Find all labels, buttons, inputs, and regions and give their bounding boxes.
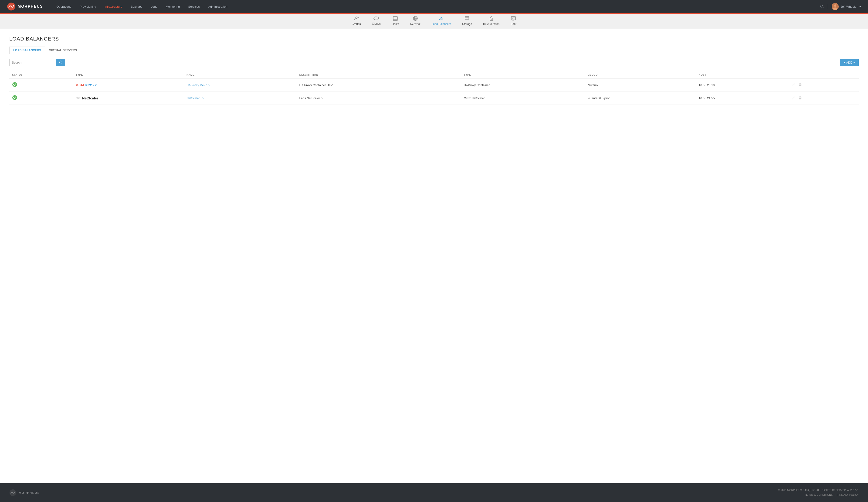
row2-description: Labs NetScaler 05 — [297, 92, 461, 105]
search-icon-button[interactable] — [820, 5, 824, 8]
user-menu[interactable]: Jeff Wheeler ▾ — [832, 3, 861, 10]
col-actions — [787, 71, 859, 79]
row1-type: HAProxy Container — [461, 79, 585, 92]
subnav-storage[interactable]: Storage — [457, 13, 477, 28]
morpheus-logo-icon — [7, 2, 16, 11]
nav-services[interactable]: Services — [184, 0, 204, 13]
tab-load-balancers[interactable]: LOAD BALANCERS — [9, 47, 45, 54]
row2-host: 10.30.21.55 — [696, 92, 788, 105]
row2-type-logo: citrix NetScaler — [73, 92, 184, 105]
footer-logo: MORPHEUS — [9, 489, 40, 496]
trash-icon — [799, 83, 802, 86]
svg-point-1 — [821, 5, 823, 8]
col-type-logo: TYPE — [73, 71, 184, 79]
svg-line-33 — [61, 63, 62, 63]
svg-rect-41 — [799, 97, 801, 99]
svg-point-22 — [468, 17, 469, 18]
row2-edit-button[interactable] — [790, 96, 796, 101]
nav-administration[interactable]: Administration — [204, 0, 231, 13]
table-row: citrix NetScaler NetScaler 05 Labs NetSc… — [9, 92, 859, 105]
subnav-load-balancers-label: Load Balancers — [432, 22, 451, 25]
row2-name-link[interactable]: NetScaler 05 — [186, 96, 204, 100]
toolbar: + ADD ▾ — [9, 59, 859, 66]
footer-privacy-link[interactable]: PRIVACY POLICY — [837, 493, 859, 496]
top-navigation: MORPHEUS Operations Provisioning Infrast… — [0, 0, 868, 13]
subnav-network-label: Network — [410, 23, 421, 26]
row1-cloud: Nutanix — [585, 79, 696, 92]
edit-icon-2 — [792, 96, 795, 100]
table-row: ✕ HAPROXY HA Proxy Dev 16 HA Proxy Conta… — [9, 79, 859, 92]
svg-point-6 — [355, 17, 357, 19]
hosts-icon — [393, 16, 398, 21]
svg-rect-35 — [799, 84, 801, 86]
subnav-groups[interactable]: Groups — [346, 13, 366, 28]
row2-name: NetScaler 05 — [184, 92, 297, 105]
col-description: DESCRIPTION — [297, 71, 461, 79]
row2-actions — [787, 92, 859, 105]
nav-operations[interactable]: Operations — [52, 0, 75, 13]
netscaler-logo: citrix NetScaler — [76, 96, 181, 100]
row1-edit-button[interactable] — [790, 83, 796, 88]
footer: MORPHEUS © 2018 MORPHEUS DATA, LLC. ALL … — [0, 483, 868, 502]
page-title: LOAD BALANCERS — [9, 36, 859, 42]
haproxy-logo: ✕ HAPROXY — [76, 83, 181, 87]
search-input[interactable] — [10, 59, 56, 66]
clouds-icon — [373, 16, 379, 21]
svg-point-4 — [834, 4, 836, 7]
subnav-clouds[interactable]: Clouds — [366, 13, 386, 28]
row1-host: 10.30.20.193 — [696, 79, 788, 92]
user-dropdown-icon: ▾ — [859, 5, 861, 8]
subnav-network[interactable]: Network — [405, 13, 426, 29]
subnav-groups-label: Groups — [352, 22, 361, 25]
subnav-keys-certs[interactable]: Keys & Certs — [477, 13, 505, 29]
row1-name-link[interactable]: HA Proxy Dev 16 — [186, 83, 209, 87]
svg-rect-9 — [393, 17, 397, 19]
search-button[interactable] — [56, 59, 65, 66]
nav-logs[interactable]: Logs — [146, 0, 161, 13]
col-status: STATUS — [9, 71, 73, 79]
user-name: Jeff Wheeler — [840, 5, 858, 8]
row1-status — [9, 79, 73, 92]
svg-point-25 — [491, 19, 492, 20]
footer-links: TERMS & CONDITIONS | PRIVACY POLICY — [778, 493, 859, 497]
sub-navigation: Groups Clouds Hosts — [0, 13, 868, 29]
boot-icon — [511, 16, 516, 21]
svg-point-40 — [12, 95, 17, 100]
footer-info: © 2018 MORPHEUS DATA, LLC. ALL RIGHTS RE… — [778, 488, 859, 497]
table-body: ✕ HAPROXY HA Proxy Dev 16 HA Proxy Conta… — [9, 79, 859, 105]
row1-type-logo: ✕ HAPROXY — [73, 79, 184, 92]
row2-delete-button[interactable] — [797, 96, 803, 101]
tab-virtual-servers[interactable]: VIRTUAL SERVERS — [45, 47, 81, 54]
load-balancers-icon — [438, 16, 444, 21]
col-name: NAME — [184, 71, 297, 79]
subnav-boot[interactable]: Boot — [505, 13, 522, 28]
row2-type: Citrix NetScaler — [461, 92, 585, 105]
table-header: STATUS TYPE NAME DESCRIPTION TYPE CLOUD … — [9, 71, 859, 79]
row1-actions — [787, 79, 859, 92]
status-ok-icon-2 — [12, 96, 17, 101]
footer-logo-icon — [9, 489, 16, 496]
subnav-hosts[interactable]: Hosts — [386, 13, 405, 28]
nav-right: Jeff Wheeler ▾ — [820, 3, 861, 10]
nav-divider — [828, 4, 828, 9]
row1-description: HA Proxy Container Dev16 — [297, 79, 461, 92]
svg-point-7 — [354, 17, 355, 18]
user-avatar — [832, 3, 839, 10]
add-button[interactable]: + ADD ▾ — [840, 59, 859, 66]
logo[interactable]: MORPHEUS — [7, 2, 43, 11]
row2-status — [9, 92, 73, 105]
nav-provisioning[interactable]: Provisioning — [75, 0, 100, 13]
svg-line-2 — [823, 7, 824, 8]
keys-certs-icon — [489, 16, 494, 22]
row1-delete-button[interactable] — [797, 83, 803, 88]
footer-terms-link[interactable]: TERMS & CONDITIONS — [804, 493, 833, 496]
footer-logo-text: MORPHEUS — [19, 491, 40, 494]
subnav-load-balancers[interactable]: Load Balancers — [426, 13, 457, 28]
nav-backups[interactable]: Backups — [126, 0, 146, 13]
avatar-icon — [832, 3, 839, 10]
row2-cloud: vCenter 6.5 prod — [585, 92, 696, 105]
footer-separator: | — [835, 493, 835, 496]
row1-name: HA Proxy Dev 16 — [184, 79, 297, 92]
nav-infrastructure[interactable]: Infrastructure — [100, 0, 127, 13]
nav-monitoring[interactable]: Monitoring — [162, 0, 184, 13]
